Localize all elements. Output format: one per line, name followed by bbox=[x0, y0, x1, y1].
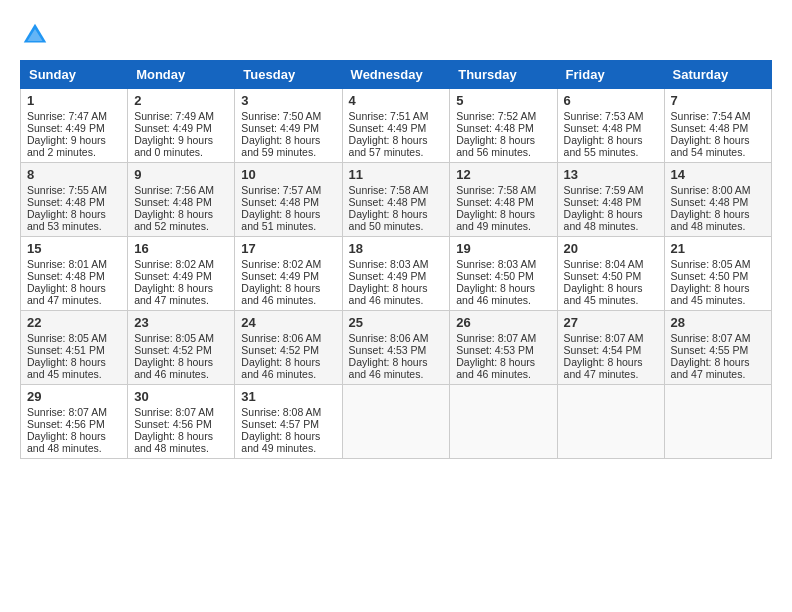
sunrise: Sunrise: 7:57 AM bbox=[241, 184, 321, 196]
calendar-cell: 19Sunrise: 8:03 AMSunset: 4:50 PMDayligh… bbox=[450, 237, 557, 311]
sunset: Sunset: 4:53 PM bbox=[456, 344, 534, 356]
calendar-cell: 11Sunrise: 7:58 AMSunset: 4:48 PMDayligh… bbox=[342, 163, 450, 237]
calendar-cell: 15Sunrise: 8:01 AMSunset: 4:48 PMDayligh… bbox=[21, 237, 128, 311]
calendar-cell: 16Sunrise: 8:02 AMSunset: 4:49 PMDayligh… bbox=[128, 237, 235, 311]
day-number: 5 bbox=[456, 93, 550, 108]
daylight: Daylight: 8 hours and 45 minutes. bbox=[27, 356, 106, 380]
day-number: 4 bbox=[349, 93, 444, 108]
sunrise: Sunrise: 8:05 AM bbox=[27, 332, 107, 344]
daylight: Daylight: 8 hours and 54 minutes. bbox=[671, 134, 750, 158]
sunset: Sunset: 4:49 PM bbox=[241, 122, 319, 134]
day-number: 26 bbox=[456, 315, 550, 330]
calendar-cell: 12Sunrise: 7:58 AMSunset: 4:48 PMDayligh… bbox=[450, 163, 557, 237]
day-number: 27 bbox=[564, 315, 658, 330]
calendar-cell bbox=[664, 385, 771, 459]
sunrise: Sunrise: 8:07 AM bbox=[134, 406, 214, 418]
daylight: Daylight: 8 hours and 47 minutes. bbox=[134, 282, 213, 306]
calendar-cell: 5Sunrise: 7:52 AMSunset: 4:48 PMDaylight… bbox=[450, 89, 557, 163]
sunrise: Sunrise: 8:02 AM bbox=[134, 258, 214, 270]
calendar-cell: 10Sunrise: 7:57 AMSunset: 4:48 PMDayligh… bbox=[235, 163, 342, 237]
daylight: Daylight: 8 hours and 51 minutes. bbox=[241, 208, 320, 232]
day-header-saturday: Saturday bbox=[664, 61, 771, 89]
calendar-week-1: 1Sunrise: 7:47 AMSunset: 4:49 PMDaylight… bbox=[21, 89, 772, 163]
day-number: 3 bbox=[241, 93, 335, 108]
sunset: Sunset: 4:48 PM bbox=[27, 270, 105, 282]
day-number: 16 bbox=[134, 241, 228, 256]
sunset: Sunset: 4:48 PM bbox=[134, 196, 212, 208]
calendar-cell bbox=[557, 385, 664, 459]
day-number: 15 bbox=[27, 241, 121, 256]
calendar-cell: 20Sunrise: 8:04 AMSunset: 4:50 PMDayligh… bbox=[557, 237, 664, 311]
day-number: 9 bbox=[134, 167, 228, 182]
daylight: Daylight: 8 hours and 48 minutes. bbox=[27, 430, 106, 454]
daylight: Daylight: 9 hours and 0 minutes. bbox=[134, 134, 213, 158]
calendar-header-row: SundayMondayTuesdayWednesdayThursdayFrid… bbox=[21, 61, 772, 89]
sunset: Sunset: 4:54 PM bbox=[564, 344, 642, 356]
daylight: Daylight: 8 hours and 57 minutes. bbox=[349, 134, 428, 158]
day-header-friday: Friday bbox=[557, 61, 664, 89]
day-number: 12 bbox=[456, 167, 550, 182]
calendar-cell: 17Sunrise: 8:02 AMSunset: 4:49 PMDayligh… bbox=[235, 237, 342, 311]
daylight: Daylight: 8 hours and 49 minutes. bbox=[456, 208, 535, 232]
calendar-cell: 8Sunrise: 7:55 AMSunset: 4:48 PMDaylight… bbox=[21, 163, 128, 237]
calendar-cell: 29Sunrise: 8:07 AMSunset: 4:56 PMDayligh… bbox=[21, 385, 128, 459]
sunset: Sunset: 4:51 PM bbox=[27, 344, 105, 356]
sunrise: Sunrise: 8:00 AM bbox=[671, 184, 751, 196]
calendar-cell bbox=[450, 385, 557, 459]
day-number: 11 bbox=[349, 167, 444, 182]
calendar-table: SundayMondayTuesdayWednesdayThursdayFrid… bbox=[20, 60, 772, 459]
day-number: 24 bbox=[241, 315, 335, 330]
day-number: 30 bbox=[134, 389, 228, 404]
calendar-cell: 14Sunrise: 8:00 AMSunset: 4:48 PMDayligh… bbox=[664, 163, 771, 237]
daylight: Daylight: 9 hours and 2 minutes. bbox=[27, 134, 106, 158]
sunrise: Sunrise: 8:03 AM bbox=[349, 258, 429, 270]
logo-icon bbox=[20, 20, 50, 50]
calendar-cell: 31Sunrise: 8:08 AMSunset: 4:57 PMDayligh… bbox=[235, 385, 342, 459]
day-header-wednesday: Wednesday bbox=[342, 61, 450, 89]
day-header-thursday: Thursday bbox=[450, 61, 557, 89]
calendar-week-2: 8Sunrise: 7:55 AMSunset: 4:48 PMDaylight… bbox=[21, 163, 772, 237]
sunset: Sunset: 4:55 PM bbox=[671, 344, 749, 356]
daylight: Daylight: 8 hours and 48 minutes. bbox=[134, 430, 213, 454]
sunset: Sunset: 4:53 PM bbox=[349, 344, 427, 356]
sunrise: Sunrise: 7:53 AM bbox=[564, 110, 644, 122]
day-number: 28 bbox=[671, 315, 765, 330]
sunset: Sunset: 4:48 PM bbox=[349, 196, 427, 208]
calendar-cell: 26Sunrise: 8:07 AMSunset: 4:53 PMDayligh… bbox=[450, 311, 557, 385]
sunset: Sunset: 4:56 PM bbox=[134, 418, 212, 430]
daylight: Daylight: 8 hours and 48 minutes. bbox=[671, 208, 750, 232]
daylight: Daylight: 8 hours and 52 minutes. bbox=[134, 208, 213, 232]
sunrise: Sunrise: 8:06 AM bbox=[349, 332, 429, 344]
sunrise: Sunrise: 8:01 AM bbox=[27, 258, 107, 270]
sunrise: Sunrise: 7:47 AM bbox=[27, 110, 107, 122]
day-number: 22 bbox=[27, 315, 121, 330]
calendar-cell: 9Sunrise: 7:56 AMSunset: 4:48 PMDaylight… bbox=[128, 163, 235, 237]
day-number: 10 bbox=[241, 167, 335, 182]
calendar-cell: 2Sunrise: 7:49 AMSunset: 4:49 PMDaylight… bbox=[128, 89, 235, 163]
day-number: 23 bbox=[134, 315, 228, 330]
sunset: Sunset: 4:52 PM bbox=[134, 344, 212, 356]
daylight: Daylight: 8 hours and 46 minutes. bbox=[349, 356, 428, 380]
day-number: 13 bbox=[564, 167, 658, 182]
sunset: Sunset: 4:48 PM bbox=[456, 196, 534, 208]
calendar-cell: 6Sunrise: 7:53 AMSunset: 4:48 PMDaylight… bbox=[557, 89, 664, 163]
daylight: Daylight: 8 hours and 46 minutes. bbox=[241, 282, 320, 306]
daylight: Daylight: 8 hours and 47 minutes. bbox=[564, 356, 643, 380]
sunset: Sunset: 4:48 PM bbox=[671, 196, 749, 208]
sunrise: Sunrise: 8:05 AM bbox=[671, 258, 751, 270]
sunset: Sunset: 4:49 PM bbox=[241, 270, 319, 282]
daylight: Daylight: 8 hours and 47 minutes. bbox=[27, 282, 106, 306]
daylight: Daylight: 8 hours and 59 minutes. bbox=[241, 134, 320, 158]
sunrise: Sunrise: 7:58 AM bbox=[349, 184, 429, 196]
calendar-cell: 30Sunrise: 8:07 AMSunset: 4:56 PMDayligh… bbox=[128, 385, 235, 459]
day-number: 7 bbox=[671, 93, 765, 108]
sunset: Sunset: 4:50 PM bbox=[671, 270, 749, 282]
day-number: 29 bbox=[27, 389, 121, 404]
sunrise: Sunrise: 7:49 AM bbox=[134, 110, 214, 122]
daylight: Daylight: 8 hours and 45 minutes. bbox=[671, 282, 750, 306]
sunset: Sunset: 4:48 PM bbox=[241, 196, 319, 208]
sunrise: Sunrise: 8:07 AM bbox=[27, 406, 107, 418]
day-number: 25 bbox=[349, 315, 444, 330]
calendar-cell: 7Sunrise: 7:54 AMSunset: 4:48 PMDaylight… bbox=[664, 89, 771, 163]
calendar-cell: 23Sunrise: 8:05 AMSunset: 4:52 PMDayligh… bbox=[128, 311, 235, 385]
